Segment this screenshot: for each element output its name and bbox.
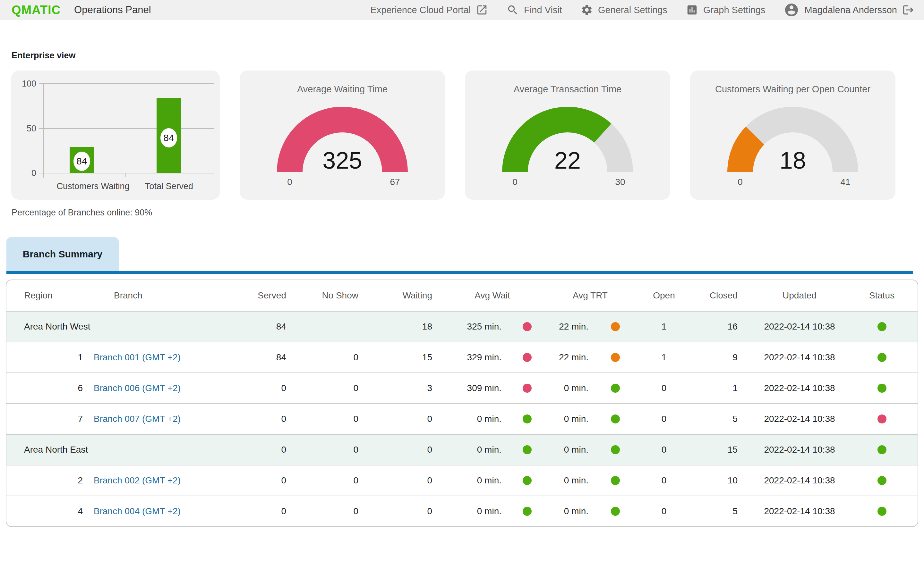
avg-wait-cell-value: 0 min. (477, 506, 501, 516)
avg-trt-cell-status-dot (611, 414, 620, 424)
branch-link[interactable]: Branch 002 (GMT +2) (94, 475, 181, 485)
avg-trt-cell: 22 min. (546, 352, 634, 363)
avg-trt-cell: 0 min. (546, 506, 634, 516)
x-axis-category-label: Customers Waiting (57, 181, 129, 191)
avg-wait-cell-value: 309 min. (467, 383, 501, 393)
status-cell (856, 384, 918, 393)
tab-branch-summary[interactable]: Branch Summary (6, 237, 119, 271)
avg-trt-cell: 0 min. (546, 445, 634, 455)
table-row: 1Branch 001 (GMT +2)84015329 min.22 min.… (6, 342, 918, 372)
avg-trt-cell-status-dot (611, 476, 620, 485)
avg-wait-cell-value: 325 min. (467, 322, 501, 332)
region-cell: 7 (6, 414, 87, 424)
nav-item-label: Graph Settings (703, 5, 765, 15)
waiting-cell: 0 (367, 445, 439, 455)
nav-item-experience-cloud-portal[interactable]: Experience Cloud Portal (370, 4, 488, 16)
branch-link[interactable]: Branch 004 (GMT +2) (94, 506, 181, 516)
user-menu[interactable]: Magdalena Andersson (784, 2, 914, 18)
column-header-status: Status (856, 290, 918, 301)
served-cell: 0 (241, 475, 292, 486)
open-cell: 0 (634, 414, 694, 424)
gauge-value: 18 (690, 147, 895, 174)
updated-cell: 2022-02-14 10:38 (743, 506, 856, 516)
no-show-cell: 0 (292, 506, 367, 516)
avg-wait-cell-status-dot (523, 322, 531, 331)
waiting-cell: 0 (367, 506, 439, 516)
no-show-cell: 0 (292, 352, 367, 363)
open-cell: 0 (634, 475, 694, 486)
nav-item-general-settings[interactable]: General Settings (581, 4, 667, 16)
branch-summary-table: RegionBranchServedNo ShowWaitingAvg Wait… (6, 279, 918, 527)
operations-panel-page: QMATIC Operations Panel Experience Cloud… (0, 0, 924, 577)
avg-trt-cell-value: 0 min. (564, 383, 588, 393)
branches-online-text: Percentage of Branches online: 90% (11, 208, 152, 218)
updated-cell: 2022-02-14 10:38 (743, 475, 856, 486)
y-axis-tick-label: 0 (11, 168, 36, 178)
branch-link[interactable]: Branch 001 (GMT +2) (94, 352, 181, 362)
avg-trt-cell-value: 22 min. (559, 322, 588, 332)
status-dot (877, 322, 887, 331)
gauge-card-customers-waiting-per-open-counter: Customers Waiting per Open Counter18041 (690, 71, 895, 200)
status-cell (856, 414, 918, 424)
table-group-row: Area North West8418325 min.22 min.116202… (6, 311, 918, 342)
column-header-open: Open (634, 290, 694, 301)
no-show-cell: 0 (292, 445, 367, 455)
region-cell: 2 (6, 475, 87, 486)
user-name: Magdalena Andersson (804, 5, 897, 15)
branch-cell: Branch 002 (GMT +2) (87, 475, 241, 486)
column-header-waiting: Waiting (367, 290, 439, 301)
status-dot (877, 353, 887, 362)
column-header-updated: Updated (743, 290, 856, 301)
status-cell (856, 476, 918, 485)
status-dot (877, 414, 887, 424)
waiting-cell: 0 (367, 414, 439, 424)
served-cell: 0 (241, 414, 292, 424)
external-link-icon (476, 4, 488, 16)
logout-icon[interactable] (902, 4, 914, 16)
gauge-value: 325 (240, 147, 445, 174)
table-row: 4Branch 004 (GMT +2)0000 min.0 min.05202… (6, 496, 918, 526)
branch-link[interactable]: Branch 006 (GMT +2) (94, 383, 181, 393)
nav-item-find-visit[interactable]: Find Visit (507, 4, 562, 16)
gridline (39, 83, 214, 84)
avg-trt-cell: 22 min. (546, 322, 634, 332)
x-axis-category-label: Total Served (145, 181, 193, 191)
no-show-cell: 0 (292, 414, 367, 424)
gauge-card-average-waiting-time: Average Waiting Time325067 (240, 71, 445, 200)
gauge-value: 22 (465, 147, 670, 174)
avg-wait-cell: 309 min. (439, 383, 546, 393)
search-icon (507, 4, 519, 16)
waiting-cell: 15 (367, 352, 439, 363)
waiting-cell: 0 (367, 475, 439, 486)
gauge-min-label: 0 (738, 177, 743, 187)
qmatic-logo: QMATIC (11, 3, 61, 17)
gridline (39, 128, 214, 129)
served-cell: 84 (241, 352, 292, 363)
y-axis-tick-label: 100 (11, 79, 36, 89)
avg-trt-cell-status-dot (611, 322, 620, 331)
gauge-card-average-transaction-time: Average Transaction Time22030 (465, 71, 670, 200)
gauge-min-label: 0 (512, 177, 517, 187)
region-cell: 1 (6, 352, 87, 363)
avg-wait-cell-status-dot (523, 384, 531, 393)
y-axis-line (43, 83, 44, 177)
tab-underline (6, 271, 913, 274)
gauge-max-label: 30 (615, 177, 625, 187)
column-header-avg-trt: Avg TRT (546, 290, 634, 301)
enterprise-bar-chart-card: 05010084Customers Waiting84Total Served (11, 71, 220, 200)
nav-item-graph-settings[interactable]: Graph Settings (686, 4, 765, 16)
table-row: 2Branch 002 (GMT +2)0000 min.0 min.01020… (6, 465, 918, 496)
column-header-region: Region (6, 290, 87, 301)
open-cell: 0 (634, 445, 694, 455)
open-cell: 0 (634, 506, 694, 516)
no-show-cell: 0 (292, 475, 367, 486)
updated-cell: 2022-02-14 10:38 (743, 383, 856, 393)
brand: QMATIC Operations Panel (11, 3, 151, 17)
gridline (39, 173, 214, 173)
page-title: Operations Panel (74, 4, 151, 16)
table-row: 6Branch 006 (GMT +2)003309 min.0 min.012… (6, 372, 918, 403)
gear-icon (581, 4, 593, 16)
branch-link[interactable]: Branch 007 (GMT +2) (94, 414, 181, 424)
branch-cell: Branch 006 (GMT +2) (87, 383, 241, 393)
status-dot (877, 445, 887, 454)
